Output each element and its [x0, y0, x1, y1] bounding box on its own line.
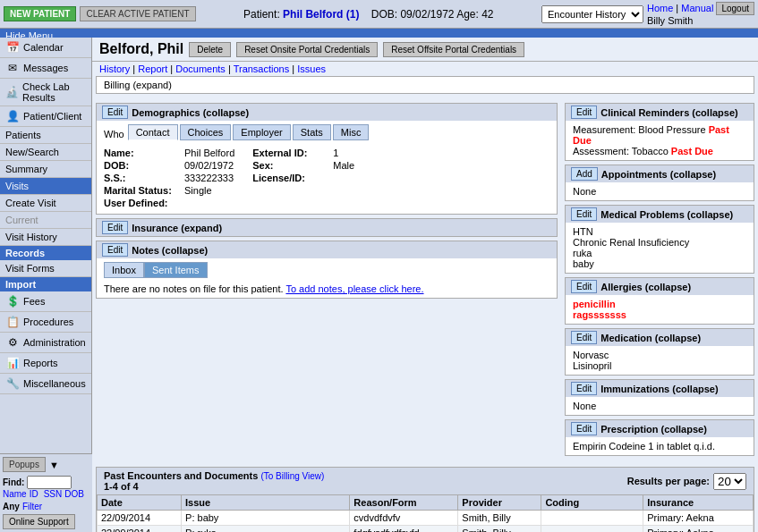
history-link[interactable]: History [99, 63, 130, 74]
sidebar-section-records[interactable]: Records [0, 246, 91, 260]
cell-insurance: Primary: Aekna [643, 511, 754, 526]
encounter-history-dropdown[interactable]: Encounter History [541, 5, 643, 23]
marital-label: Marital Status: [104, 185, 184, 196]
insurance-header[interactable]: Edit Insurance (expand) [97, 219, 557, 236]
reminder-2-status: Past Due [671, 146, 713, 156]
table-row[interactable]: 22/09/2014P: rukafdgfvsdfvdfsvfdSmith, B… [98, 526, 754, 533]
tab-misc[interactable]: Misc [333, 124, 370, 140]
notes-title: Notes (collapse) [132, 245, 208, 256]
immunizations-header[interactable]: Edit Immunizations (collapse) [566, 380, 754, 397]
find-by-ssn[interactable]: SSN [44, 489, 63, 499]
sidebar-label-visit-history: Visit History [5, 232, 57, 242]
results-per-page: Results per page: 20 [627, 473, 746, 490]
sidebar-item-new-search[interactable]: New/Search [0, 144, 91, 161]
inbox-tab[interactable]: Inbox [104, 262, 144, 278]
new-patient-button[interactable]: NEW PATIENT [4, 6, 76, 21]
sidebar-label-visit-forms: Visit Forms [5, 263, 55, 274]
reset-offsite-button[interactable]: Reset Offsite Portal Credentials [383, 42, 524, 57]
sidebar-item-lab-results[interactable]: 🔬 Check Lab Results [0, 79, 91, 106]
demographics-edit-button[interactable]: Edit [102, 106, 128, 119]
billing-view-link[interactable]: (To Billing View) [260, 471, 324, 481]
sidebar-section-import[interactable]: Import [0, 277, 91, 291]
medication-header[interactable]: Edit Medication (collapse) [566, 329, 754, 346]
prescription-header[interactable]: Edit Prescription (collapse) [566, 420, 754, 437]
find-by-name[interactable]: Name [3, 489, 27, 499]
clinical-reminders-body: Measurement: Blood Pressure Past Due Ass… [566, 121, 754, 160]
nav-links: History | Report | Documents | Transacti… [92, 62, 758, 76]
immunizations-edit-button[interactable]: Edit [571, 382, 597, 395]
demographics-left-fields: Name: Phil Belford DOB: 09/02/1972 S.S.:… [104, 148, 234, 210]
sidebar-label-reports: Reports [23, 358, 58, 368]
find-by-filter[interactable]: Filter [22, 502, 42, 511]
sidebar-item-patients[interactable]: Patients [0, 127, 91, 144]
sidebar-item-reports[interactable]: 📊 Reports [0, 353, 91, 374]
find-input[interactable] [27, 476, 72, 489]
sidebar-item-visits[interactable]: Visits [0, 178, 91, 195]
medication-edit-button[interactable]: Edit [571, 331, 597, 344]
sidebar-item-messages[interactable]: ✉ Messages [0, 58, 91, 79]
dob-value: 09/02/1972 [184, 160, 234, 171]
tab-employer[interactable]: Employer [233, 124, 290, 140]
notes-edit-button[interactable]: Edit [102, 243, 128, 257]
billing-section[interactable]: Billing (expand) [96, 76, 754, 94]
past-encounters-header: Past Encounters and Documents (To Billin… [97, 468, 754, 494]
patient-dob: DOB: 09/02/1972 Age: 42 [371, 8, 494, 21]
encounters-table: Date Issue Reason/Form Provider Coding I… [97, 494, 754, 532]
sidebar-item-patient-client[interactable]: 👤 Patient/Client [0, 106, 91, 127]
license-label: License/ID: [252, 173, 333, 183]
popups-button[interactable]: Popups [3, 457, 46, 472]
appointments-header[interactable]: Add Appointments (collapse) [566, 165, 754, 182]
cell-provider: Smith, Billy [458, 511, 541, 526]
sent-items-tab[interactable]: Sent Items [144, 262, 208, 278]
find-by-dob[interactable]: DOB [64, 489, 84, 499]
online-support-button[interactable]: Online Support [3, 514, 75, 529]
medication-body: Norvasc Lisinopril [566, 346, 754, 375]
tab-contact[interactable]: Contact [128, 124, 178, 140]
appointments-add-button[interactable]: Add [571, 167, 598, 181]
sidebar-label-fees: Fees [23, 296, 45, 307]
notes-header[interactable]: Edit Notes (collapse) [97, 241, 557, 258]
allergies-header[interactable]: Edit Allergies (collapse) [566, 278, 754, 295]
results-per-page-select[interactable]: 20 [713, 473, 746, 490]
transactions-link[interactable]: Transactions [234, 63, 290, 74]
sidebar-item-summary[interactable]: Summary [0, 161, 91, 178]
reset-onsite-button[interactable]: Reset Onsite Portal Credentials [236, 42, 378, 57]
sidebar-item-visit-history[interactable]: Visit History [0, 229, 91, 246]
find-by-any[interactable]: Any [3, 502, 20, 511]
sidebar-item-miscellaneous[interactable]: 🔧 Miscellaneous [0, 374, 91, 394]
sidebar-item-fees[interactable]: 💲 Fees [0, 291, 91, 312]
demographics-section: Edit Demographics (collapse) Who Contact… [96, 103, 558, 215]
tab-stats[interactable]: Stats [293, 124, 331, 140]
sidebar-item-administration[interactable]: ⚙ Administration [0, 333, 91, 353]
patient-icon: 👤 [5, 109, 20, 123]
clear-patient-button[interactable]: CLEAR ACTIVE PATIENT [80, 6, 195, 21]
delete-button[interactable]: Delete [189, 42, 231, 57]
documents-link[interactable]: Documents [175, 63, 226, 74]
sidebar-item-calendar[interactable]: 📅 Calendar [0, 38, 91, 58]
manual-link[interactable]: Manual [681, 3, 713, 13]
table-row[interactable]: 22/09/2014P: babycvdvdfdvfvSmith, BillyP… [98, 511, 754, 526]
sidebar-item-procedures[interactable]: 📋 Procedures [0, 312, 91, 333]
sidebar-item-current[interactable]: Current [0, 212, 91, 229]
clinical-reminders-header[interactable]: Edit Clinical Reminders (collapse) [566, 104, 754, 121]
sidebar-label-visits: Visits [5, 181, 29, 191]
add-notes-link[interactable]: To add notes, please click here. [285, 283, 423, 294]
cell-issue: P: ruka [182, 526, 350, 533]
patient-name-link[interactable]: Phil Belford (1) [283, 8, 359, 21]
sidebar-item-create-visit[interactable]: Create Visit [0, 195, 91, 212]
demographics-header[interactable]: Edit Demographics (collapse) [97, 104, 557, 121]
demographics-fields: Name: Phil Belford DOB: 09/02/1972 S.S.:… [104, 148, 549, 210]
report-link[interactable]: Report [138, 63, 167, 74]
insurance-edit-button[interactable]: Edit [102, 221, 128, 234]
allergies-edit-button[interactable]: Edit [571, 280, 597, 293]
clinical-reminders-edit-button[interactable]: Edit [571, 106, 597, 119]
home-link[interactable]: Home [647, 3, 673, 13]
find-by-id[interactable]: ID [30, 489, 38, 499]
sidebar-item-visit-forms[interactable]: Visit Forms [0, 260, 91, 277]
issues-link[interactable]: Issues [297, 63, 326, 74]
prescription-edit-button[interactable]: Edit [571, 422, 597, 435]
logout-button[interactable]: Logout [716, 2, 754, 15]
medical-problems-edit-button[interactable]: Edit [571, 207, 597, 221]
medical-problems-header[interactable]: Edit Medical Problems (collapse) [566, 206, 754, 223]
tab-choices[interactable]: Choices [180, 124, 232, 140]
